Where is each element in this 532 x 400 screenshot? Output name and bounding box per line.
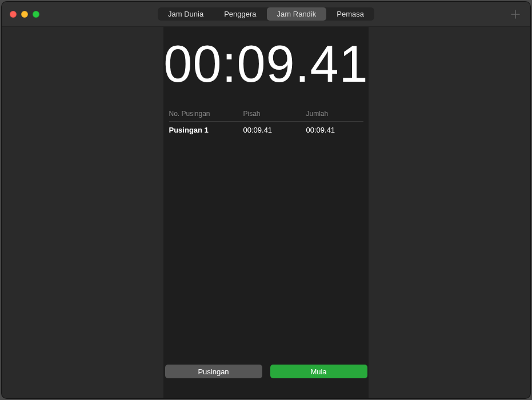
cell-total: 00:09.41 <box>306 126 363 134</box>
header-split: Pisah <box>243 110 306 118</box>
button-bar: Pusingan Mula <box>165 365 367 378</box>
app-window: Jam Dunia Penggera Jam Randik Pemasa 00:… <box>1 1 531 399</box>
lap-button[interactable]: Pusingan <box>165 365 262 378</box>
start-button[interactable]: Mula <box>270 365 367 378</box>
tab-alarm[interactable]: Penggera <box>214 7 266 21</box>
close-button[interactable] <box>10 11 17 18</box>
titlebar: Jam Dunia Penggera Jam Randik Pemasa <box>2 2 530 27</box>
stopwatch-view: 00:09.41 No. Pusingan Pisah Jumlah Pusin… <box>163 27 368 398</box>
tab-switcher: Jam Dunia Penggera Jam Randik Pemasa <box>158 7 374 21</box>
header-total: Jumlah <box>306 110 363 118</box>
plus-icon[interactable] <box>509 7 522 21</box>
table-row: Pusingan 1 00:09.41 00:09.41 <box>169 122 363 138</box>
maximize-button[interactable] <box>33 11 39 18</box>
cell-split: 00:09.41 <box>243 126 306 134</box>
toolbar-right <box>509 7 522 21</box>
tab-stopwatch[interactable]: Jam Randik <box>267 7 327 21</box>
tab-timer[interactable]: Pemasa <box>326 7 374 21</box>
traffic-lights <box>10 11 39 18</box>
content: 00:09.41 No. Pusingan Pisah Jumlah Pusin… <box>2 27 530 398</box>
lap-table: No. Pusingan Pisah Jumlah Pusingan 1 00:… <box>169 105 363 138</box>
table-header: No. Pusingan Pisah Jumlah <box>169 105 363 122</box>
header-lap: No. Pusingan <box>169 110 243 118</box>
cell-lap: Pusingan 1 <box>169 126 243 134</box>
tab-world-clock[interactable]: Jam Dunia <box>158 7 214 21</box>
minimize-button[interactable] <box>21 11 28 18</box>
time-display: 00:09.41 <box>163 35 368 94</box>
